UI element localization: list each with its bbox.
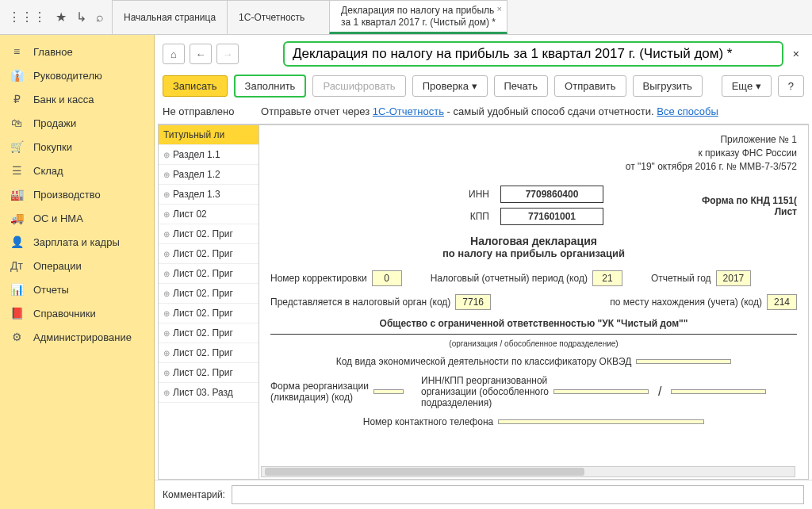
section-label: Лист 02. Приг bbox=[173, 327, 233, 339]
reorg-inn-field[interactable] bbox=[553, 389, 649, 394]
apps-icon[interactable]: ⋮⋮⋮ bbox=[8, 10, 46, 25]
section-item[interactable]: ⊕Лист 02. Приг bbox=[159, 224, 259, 244]
section-item[interactable]: ⊕Лист 02. Приг bbox=[159, 343, 259, 363]
sidebar-item-salary[interactable]: 👤Зарплата и кадры bbox=[0, 230, 154, 254]
save-button[interactable]: Записать bbox=[163, 75, 228, 97]
section-list[interactable]: Титульный ли ⊕Раздел 1.1 ⊕Раздел 1.2 ⊕Ра… bbox=[158, 124, 259, 480]
sidebar-item-main[interactable]: ≡Главное bbox=[0, 40, 154, 63]
period-field[interactable]: 21 bbox=[592, 270, 622, 286]
horizontal-scrollbar[interactable] bbox=[261, 466, 795, 477]
expand-icon[interactable]: ⊕ bbox=[163, 190, 170, 199]
section-label: Лист 02. Приг bbox=[173, 288, 233, 299]
sidebar-item-purchases[interactable]: 🛒Покупки bbox=[0, 135, 154, 159]
main: ≡Главное 👔Руководителю ₽Банк и касса 🛍Пр… bbox=[0, 35, 812, 509]
corr-label: Номер корректировки bbox=[270, 273, 367, 284]
sidebar-item-reports[interactable]: 📊Отчеты bbox=[0, 277, 154, 301]
export-button[interactable]: Выгрузить bbox=[633, 75, 703, 97]
corr-field[interactable]: 0 bbox=[372, 270, 402, 286]
sidebar-item-assets[interactable]: 🚚ОС и НМА bbox=[0, 206, 154, 230]
sidebar-item-operations[interactable]: ДтОперации bbox=[0, 254, 154, 277]
chevron-down-icon: ▾ bbox=[756, 80, 761, 92]
section-item[interactable]: ⊕Лист 02 bbox=[159, 205, 259, 224]
fill-button[interactable]: Заполнить bbox=[234, 75, 307, 98]
sidebar-item-stock[interactable]: ☰Склад bbox=[0, 159, 154, 182]
sidebar-item-admin[interactable]: ⚙Администрирование bbox=[0, 325, 154, 349]
expand-icon[interactable]: ⊕ bbox=[163, 170, 170, 179]
section-label: Лист 02. Приг bbox=[173, 308, 233, 319]
reorg-kpp-field[interactable] bbox=[671, 389, 766, 394]
print-button[interactable]: Печать bbox=[494, 75, 549, 97]
kpp-value[interactable]: 771601001 bbox=[500, 208, 603, 225]
sidebar-item-bank[interactable]: ₽Банк и касса bbox=[0, 87, 154, 111]
phone-field[interactable] bbox=[498, 419, 704, 424]
reorg-field[interactable] bbox=[373, 389, 404, 394]
scrollbar-thumb[interactable] bbox=[265, 468, 584, 476]
section-item[interactable]: ⊕Лист 03. Разд bbox=[159, 383, 259, 403]
tab-home[interactable]: Начальная страница bbox=[112, 0, 228, 34]
section-item[interactable]: ⊕Лист 02. Приг bbox=[159, 264, 259, 284]
home-button[interactable]: ⌂ bbox=[163, 44, 185, 64]
expand-icon[interactable]: ⊕ bbox=[163, 388, 170, 397]
expand-icon[interactable]: ⊕ bbox=[163, 230, 170, 239]
expand-icon[interactable]: ⊕ bbox=[163, 270, 170, 278]
top-bar: ⋮⋮⋮ ★ ↳ ⌕ Начальная страница 1С-Отчетнос… bbox=[0, 0, 812, 35]
expand-icon[interactable]: ⊕ bbox=[163, 289, 170, 298]
sidebar-item-production[interactable]: 🏭Производство bbox=[0, 182, 154, 206]
section-item[interactable]: ⊕Лист 02. Приг bbox=[159, 244, 259, 264]
close-icon[interactable]: × bbox=[497, 4, 502, 13]
tab-reporting[interactable]: 1С-Отчетность bbox=[227, 0, 330, 34]
phone-label: Номер контактного телефона bbox=[363, 416, 493, 427]
check-button[interactable]: Проверка ▾ bbox=[412, 75, 488, 97]
sidebar-item-sales[interactable]: 🛍Продажи bbox=[0, 111, 154, 135]
factory-icon: 🏭 bbox=[10, 188, 24, 201]
tab-declaration[interactable]: Декларация по налогу на прибыль за 1 ква… bbox=[329, 0, 508, 34]
forward-button[interactable]: → bbox=[216, 44, 239, 64]
reporting-link[interactable]: 1С-Отчетность bbox=[373, 105, 444, 117]
section-item[interactable]: ⊕Лист 02. Приг bbox=[159, 304, 259, 323]
okved-field[interactable] bbox=[636, 359, 731, 364]
tab-label: Декларация по налогу на прибыль bbox=[341, 5, 496, 17]
section-item[interactable]: ⊕Лист 02. Приг bbox=[159, 323, 259, 343]
inn-value[interactable]: 7709860400 bbox=[500, 186, 603, 203]
expand-icon[interactable]: ⊕ bbox=[163, 250, 170, 258]
expand-icon[interactable]: ⊕ bbox=[163, 151, 170, 159]
back-button[interactable]: ← bbox=[190, 44, 212, 64]
all-methods-link[interactable]: Все способы bbox=[657, 105, 718, 117]
expand-icon[interactable]: ⊕ bbox=[163, 369, 170, 377]
star-icon[interactable]: ★ bbox=[56, 10, 67, 25]
section-item[interactable]: ⊕Раздел 1.3 bbox=[159, 185, 259, 205]
chevron-down-icon: ▾ bbox=[472, 80, 477, 92]
section-item[interactable]: ⊕Лист 02. Приг bbox=[159, 284, 259, 304]
expand-icon[interactable]: ⊕ bbox=[163, 349, 170, 358]
section-item[interactable]: Титульный ли bbox=[159, 125, 259, 145]
section-item[interactable]: ⊕Раздел 1.1 bbox=[159, 145, 259, 165]
more-button[interactable]: Еще ▾ bbox=[722, 75, 772, 97]
dt-icon: Дт bbox=[10, 259, 24, 272]
decode-button[interactable]: Расшифровать bbox=[312, 75, 405, 97]
sidebar-item-label: Администрирование bbox=[33, 331, 132, 343]
sidebar-item-label: Операции bbox=[33, 260, 82, 272]
phone-row: Номер контактного телефона bbox=[270, 416, 797, 427]
close-icon[interactable]: × bbox=[788, 48, 804, 60]
place-field[interactable]: 214 bbox=[767, 294, 797, 310]
year-field[interactable]: 2017 bbox=[716, 270, 752, 286]
search-icon[interactable]: ⌕ bbox=[96, 10, 104, 25]
sheet-label: Лист bbox=[702, 206, 797, 217]
expand-icon[interactable]: ⊕ bbox=[163, 210, 170, 219]
sidebar-item-manager[interactable]: 👔Руководителю bbox=[0, 63, 154, 87]
send-button[interactable]: Отправить bbox=[554, 75, 626, 97]
help-button[interactable]: ? bbox=[778, 75, 804, 97]
expand-icon[interactable]: ⊕ bbox=[163, 309, 170, 318]
section-label: Раздел 1.2 bbox=[173, 169, 220, 180]
tax-org-field[interactable]: 7716 bbox=[455, 294, 491, 310]
header-line: Приложение № 1 bbox=[270, 133, 797, 147]
section-item[interactable]: ⊕Лист 02. Приг bbox=[159, 363, 259, 383]
comment-input[interactable] bbox=[232, 485, 804, 504]
more-label: Еще bbox=[732, 80, 753, 92]
expand-icon[interactable]: ⊕ bbox=[163, 329, 170, 338]
section-item[interactable]: ⊕Раздел 1.2 bbox=[159, 165, 259, 185]
reorg-kpp-label: ИНН/КПП реорганизованной организации (об… bbox=[421, 375, 549, 408]
sidebar-item-directories[interactable]: 📕Справочники bbox=[0, 301, 154, 325]
manager-icon: 👔 bbox=[10, 69, 24, 82]
history-icon[interactable]: ↳ bbox=[76, 10, 86, 25]
